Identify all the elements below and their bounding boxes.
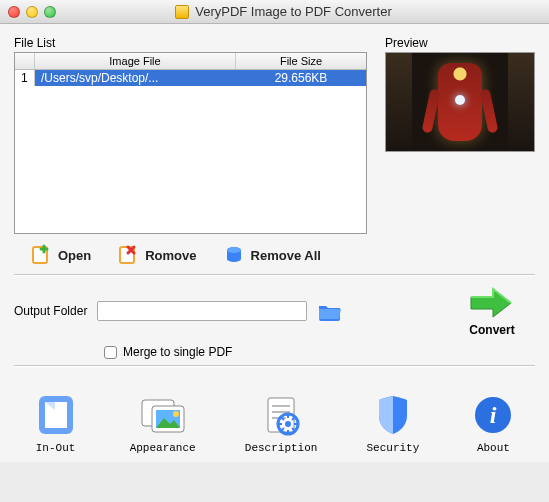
convert-label: Convert: [467, 323, 517, 337]
tab-security-label: Security: [367, 442, 420, 454]
divider: [14, 365, 535, 366]
col-index: [15, 53, 35, 69]
open-icon: [30, 244, 52, 266]
cell-size: 29.656KB: [236, 70, 366, 86]
merge-checkbox[interactable]: [104, 346, 117, 359]
bottom-toolbar: In-Out Appearance Description Security i…: [0, 382, 549, 462]
cell-index: 1: [15, 70, 35, 86]
svg-point-15: [285, 421, 291, 427]
file-table[interactable]: Image File File Size 1 /Users/svp/Deskto…: [14, 52, 367, 234]
tab-in-out[interactable]: In-Out: [31, 392, 81, 454]
tab-about[interactable]: i About: [468, 392, 518, 454]
close-icon[interactable]: [8, 6, 20, 18]
svg-point-9: [173, 411, 179, 417]
tab-description-label: Description: [245, 442, 318, 454]
remove-button[interactable]: Romove: [117, 244, 196, 266]
open-button[interactable]: Open: [30, 244, 91, 266]
security-icon: [368, 392, 418, 438]
col-file: Image File: [35, 53, 236, 69]
merge-label: Merge to single PDF: [123, 345, 232, 359]
appearance-icon: [138, 392, 188, 438]
about-icon: i: [468, 392, 518, 438]
convert-icon: [467, 285, 517, 321]
svg-point-3: [227, 247, 241, 253]
preview-image: [385, 52, 535, 152]
in-out-icon: [31, 392, 81, 438]
preview-label: Preview: [385, 36, 535, 50]
window-controls: [8, 6, 56, 18]
filelist-label: File List: [14, 36, 367, 50]
col-size: File Size: [236, 53, 366, 69]
zoom-icon[interactable]: [44, 6, 56, 18]
table-header: Image File File Size: [15, 53, 366, 70]
remove-icon: [117, 244, 139, 266]
tab-appearance[interactable]: Appearance: [130, 392, 196, 454]
tab-in-out-label: In-Out: [31, 442, 81, 454]
remove-label: Romove: [145, 248, 196, 263]
titlebar: VeryPDF Image to PDF Converter: [0, 0, 549, 24]
tab-about-label: About: [468, 442, 518, 454]
window-title: VeryPDF Image to PDF Converter: [195, 4, 422, 19]
remove-all-label: Remove All: [251, 248, 321, 263]
svg-rect-5: [45, 402, 67, 428]
convert-button[interactable]: Convert: [467, 285, 535, 337]
tab-description[interactable]: Description: [245, 392, 318, 454]
svg-text:i: i: [490, 402, 497, 428]
cell-file: /Users/svp/Desktop/...: [35, 70, 236, 86]
open-label: Open: [58, 248, 91, 263]
remove-all-button[interactable]: Remove All: [223, 244, 321, 266]
tab-appearance-label: Appearance: [130, 442, 196, 454]
divider: [14, 274, 535, 275]
app-icon: [175, 5, 189, 19]
remove-all-icon: [223, 244, 245, 266]
output-label: Output Folder: [14, 304, 87, 318]
tab-security[interactable]: Security: [367, 392, 420, 454]
table-row[interactable]: 1 /Users/svp/Desktop/... 29.656KB: [15, 70, 366, 86]
minimize-icon[interactable]: [26, 6, 38, 18]
description-icon: [256, 392, 306, 438]
browse-folder-button[interactable]: [317, 301, 343, 321]
output-folder-input[interactable]: [97, 301, 307, 321]
